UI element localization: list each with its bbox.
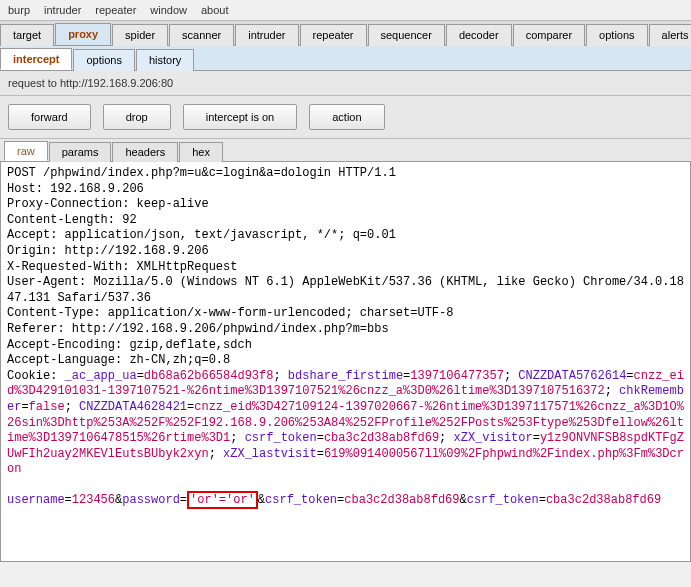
- main-tab-bar: target proxy spider scanner intruder rep…: [0, 21, 691, 46]
- raw-request-editor[interactable]: POST /phpwind/index.php?m=u&c=login&a=do…: [0, 162, 691, 562]
- tab-sequencer[interactable]: sequencer: [368, 24, 445, 46]
- viewtab-raw[interactable]: raw: [4, 141, 48, 161]
- body-username-key: username: [7, 493, 65, 507]
- cookie-xzxl-key: xZX_lastvisit: [223, 447, 317, 461]
- body-csrf1-key: csrf_token: [265, 493, 337, 507]
- cookie-sep: ;: [504, 369, 518, 383]
- subtab-options[interactable]: options: [73, 49, 134, 71]
- body-password-key: password: [122, 493, 180, 507]
- cookie-csrf-val: cba3c2d38ab8fd69: [324, 431, 439, 445]
- tab-spider[interactable]: spider: [112, 24, 168, 46]
- http-accept: Accept: application/json, text/javascrip…: [7, 228, 396, 242]
- menu-burp[interactable]: burp: [8, 4, 30, 16]
- tab-repeater[interactable]: repeater: [300, 24, 367, 46]
- cookie-sep: ;: [273, 369, 287, 383]
- sql-injection-highlight: 'or'='or': [187, 491, 258, 509]
- menu-about[interactable]: about: [201, 4, 229, 16]
- request-line: request to http://192.168.9.206:80: [0, 71, 691, 96]
- cookie-chk-val: false: [29, 400, 65, 414]
- http-content-length: Content-Length: 92: [7, 213, 137, 227]
- tab-proxy[interactable]: proxy: [55, 23, 111, 45]
- cookie-ac-app-ua-key: _ac_app_ua: [65, 369, 137, 383]
- proxy-sub-tab-bar: intercept options history: [0, 46, 691, 71]
- menu-window[interactable]: window: [150, 4, 187, 16]
- cookie-sep: ;: [209, 447, 223, 461]
- cookie-sep: ;: [439, 431, 453, 445]
- action-button[interactable]: action: [309, 104, 384, 130]
- cookie-csrf-key: csrf_token: [245, 431, 317, 445]
- http-origin: Origin: http://192.168.9.206: [7, 244, 209, 258]
- body-csrf1-val: cba3c2d38ab8fd69: [344, 493, 459, 507]
- drop-button[interactable]: drop: [103, 104, 171, 130]
- body-sep: &: [460, 493, 467, 507]
- http-xrw: X-Requested-With: XMLHttpRequest: [7, 260, 237, 274]
- tab-options[interactable]: options: [586, 24, 647, 46]
- tab-alerts[interactable]: alerts: [649, 24, 691, 46]
- forward-button[interactable]: forward: [8, 104, 91, 130]
- http-user-agent: User-Agent: Mozilla/5.0 (Windows NT 6.1)…: [7, 275, 684, 305]
- http-accept-language: Accept-Language: zh-CN,zh;q=0.8: [7, 353, 230, 367]
- button-row: forward drop intercept is on action: [0, 96, 691, 139]
- cookie-sep: ;: [230, 431, 244, 445]
- body-sep: &: [258, 493, 265, 507]
- http-host: Host: 192.168.9.206: [7, 182, 144, 196]
- intercept-toggle-button[interactable]: intercept is on: [183, 104, 297, 130]
- http-accept-encoding: Accept-Encoding: gzip,deflate,sdch: [7, 338, 252, 352]
- viewtab-headers[interactable]: headers: [112, 142, 178, 162]
- body-username-val: 123456: [72, 493, 115, 507]
- viewtab-hex[interactable]: hex: [179, 142, 223, 162]
- cookie-cnzz2-key: CNZZDATA4628421: [79, 400, 187, 414]
- http-content-type: Content-Type: application/x-www-form-url…: [7, 306, 453, 320]
- view-tab-bar: raw params headers hex: [0, 139, 691, 162]
- menu-bar: burp intruder repeater window about: [0, 0, 691, 21]
- cookie-xzxv-key: xZX_visitor: [454, 431, 533, 445]
- http-request-line: POST /phpwind/index.php?m=u&c=login&a=do…: [7, 166, 396, 180]
- tab-comparer[interactable]: comparer: [513, 24, 585, 46]
- cookie-bdshare-key: bdshare_firstime: [288, 369, 403, 383]
- cookie-ac-app-ua-val: db68a62b66584d93f8: [144, 369, 274, 383]
- subtab-intercept[interactable]: intercept: [0, 48, 72, 70]
- menu-intruder[interactable]: intruder: [44, 4, 81, 16]
- http-referer: Referer: http://192.168.9.206/phpwind/in…: [7, 322, 389, 336]
- menu-repeater[interactable]: repeater: [95, 4, 136, 16]
- body-password-val: 'or'='or': [190, 493, 255, 507]
- body-csrf2-val: cba3c2d38ab8fd69: [546, 493, 661, 507]
- cookie-sep: ;: [605, 384, 619, 398]
- viewtab-params[interactable]: params: [49, 142, 112, 162]
- cookie-sep: ;: [65, 400, 79, 414]
- cookie-label: Cookie:: [7, 369, 65, 383]
- cookie-bdshare-val: 1397106477357: [410, 369, 504, 383]
- http-proxy-conn: Proxy-Connection: keep-alive: [7, 197, 209, 211]
- tab-decoder[interactable]: decoder: [446, 24, 512, 46]
- subtab-history[interactable]: history: [136, 49, 194, 71]
- tab-intruder[interactable]: intruder: [235, 24, 298, 46]
- body-csrf2-key: csrf_token: [467, 493, 539, 507]
- cookie-cnzz1-key: CNZZDATA5762614: [518, 369, 626, 383]
- tab-target[interactable]: target: [0, 24, 54, 46]
- tab-scanner[interactable]: scanner: [169, 24, 234, 46]
